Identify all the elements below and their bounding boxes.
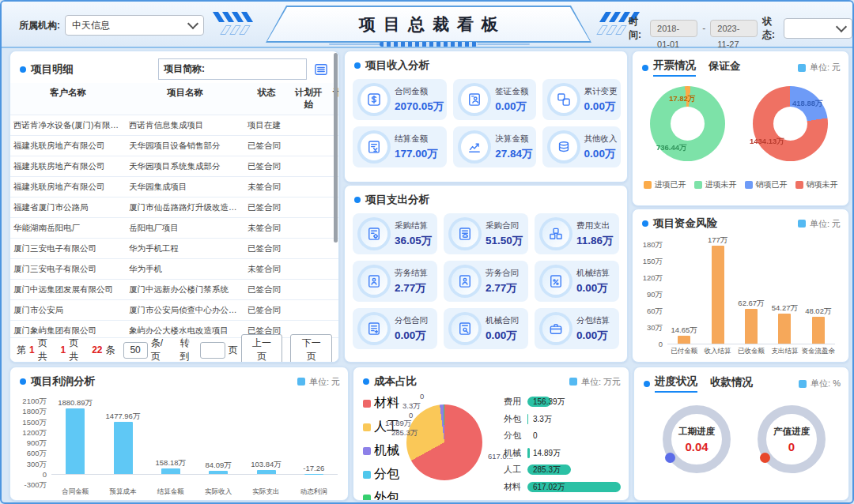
legend-item[interactable]: 外包 (363, 490, 399, 501)
fund-risk-panel: 项目资金风险 单位: 元 030万60万90万120万150万180万14.65… (632, 209, 849, 363)
panel-title: 项目资金风险 (653, 216, 717, 231)
pager-text: 第 (17, 344, 26, 357)
table-cell: 已签合同 (244, 197, 289, 217)
table-cell: 华能湖南岳阳电厂 (10, 218, 126, 238)
cost-bar-row: 外包3.3万 (504, 411, 621, 428)
table-cell: 项目在建 (244, 115, 289, 135)
labor-contract-icon (452, 268, 478, 295)
chevron-down-icon (187, 18, 198, 29)
cost-bar-value: 0 (533, 431, 538, 441)
tab-deposit[interactable]: 保证金 (709, 59, 741, 76)
tab-invoice-status[interactable]: 开票情况 (653, 58, 696, 77)
legend-label: 外包 (374, 490, 399, 501)
stat-card: 采购合同51.50万 (444, 213, 528, 254)
table-cell (328, 300, 338, 320)
subcontract-settle-icon (542, 315, 569, 342)
cost-bar (527, 448, 530, 458)
axis-tick-label: 0 (636, 340, 663, 348)
stat-card-value: 36.05万 (395, 234, 432, 248)
table-row[interactable]: 厦门中远集团发展有限公司厦门中远新办公楼门禁系统已签合同 (10, 280, 338, 300)
list-icon[interactable] (312, 60, 331, 79)
table-cell (289, 280, 328, 299)
table-row[interactable]: 华能湖南岳阳电厂岳阳电厂项目未签合同 (10, 218, 338, 239)
project-search-input[interactable] (210, 60, 306, 78)
table-cell: 天华园集成项目 (126, 177, 244, 197)
decor-line-left (329, 43, 383, 45)
legend-item[interactable]: 进项已开 (644, 179, 686, 190)
table-row[interactable]: 福建兆联房地产有限公司天华园项目系统集成部分已签合同 (10, 156, 338, 177)
cost-ratio-panel: 成本占比 单位: 万元 材料人工机械分包外包费用 0 3.3万 0 14.89万… (353, 367, 629, 501)
legend-item[interactable]: 材料 (363, 395, 399, 412)
stat-card-value: 27.84万 (495, 147, 532, 161)
table-cell: 福建兆联房地产有限公司 (10, 156, 126, 176)
legend-item[interactable]: 销项未开 (795, 179, 838, 190)
legend-item[interactable]: 销项已开 (745, 179, 788, 190)
table-row[interactable]: 厦门三安电子有限公司华为手机未签合同 (10, 259, 338, 280)
stat-card: 劳务结算2.77万 (353, 261, 437, 302)
schedule-progress-gauge: 工期进度 0.04 (663, 405, 731, 473)
page-size-input[interactable]: 50 (123, 342, 148, 359)
table-cell (289, 259, 328, 279)
invoice-legend: 进项已开进项未开销项已开销项未开 (633, 179, 848, 190)
table-row[interactable]: 福建省厦门市公路局厦门市仙岳路路灯升级改造项目已签合同 (10, 197, 338, 218)
status-label: 状态: (762, 15, 779, 42)
table-row[interactable]: 厦门市公安局厦门市公安局侦查中心办公设...已签合同 (10, 300, 338, 321)
stat-card-value: 0.00万 (576, 329, 610, 343)
cost-bar-track: 156.39万 (527, 397, 621, 407)
expense-cards: 采购结算36.05万采购合同51.50万费用支出11.86万劳务结算2.77万劳… (345, 210, 627, 357)
stat-card-label: 决算金额 (495, 134, 532, 145)
donut-label: 418.88万 (792, 99, 823, 109)
table-cell: 已签合同 (244, 300, 289, 320)
pager-text: 页 共 (69, 337, 89, 363)
date-to-input[interactable]: 2023-11-27 (710, 20, 758, 37)
table-row[interactable]: 厦门三安电子有限公司华为手机工程已签合同 (10, 239, 338, 259)
next-page-button[interactable]: 下一页 (290, 334, 332, 363)
table-scrollbar[interactable] (334, 53, 338, 243)
axis-tick-label: 60万 (636, 307, 663, 317)
axis-tick-label: 30万 (636, 323, 663, 333)
legend-item[interactable]: 进项未开 (694, 179, 737, 190)
unit-label: 单位: 元 (810, 218, 841, 230)
table-row[interactable]: 福建兆联房地产有限公司天华园集成项目未签合同 (10, 177, 338, 197)
legend-swatch-icon (363, 423, 371, 431)
decor-line-right (476, 43, 530, 45)
final-chart-icon (461, 134, 488, 160)
org-select[interactable]: 中天信息 (65, 15, 204, 36)
table-row[interactable]: 福建兆联房地产有限公司天华园项目设备销售部分已签合同 (10, 136, 338, 156)
stat-card-label: 采购合同 (486, 220, 523, 231)
bar-value-label: 48.02万 (795, 307, 841, 317)
tab-collection-status[interactable]: 收款情况 (710, 375, 753, 392)
table-row[interactable]: 西诺肯净水设备(厦门)有限公司西诺肯信息集成项目项目在建 (10, 115, 338, 136)
x-axis-line (667, 344, 835, 344)
stat-card-label: 机械结算 (576, 268, 610, 279)
table-cell (289, 115, 328, 135)
table-cell: 福建兆联房地产有限公司 (10, 136, 126, 156)
axis-tick-label: 1500万 (13, 418, 47, 428)
axis-tick-label: -300万 (13, 480, 47, 491)
bar-category-label: 资金流盈余 (799, 347, 838, 356)
date-from-input[interactable]: 2018-01-01 (650, 20, 697, 37)
stat-card: 其他收入0.00万 (542, 126, 621, 167)
goto-page-input[interactable] (200, 342, 225, 359)
prev-page-button[interactable]: 上一页 (241, 334, 283, 363)
legend-item[interactable]: 机械 (363, 442, 399, 459)
bar-value-label: 14.65万 (661, 325, 707, 336)
axis-tick-label: 90万 (636, 290, 663, 300)
bar-category-label: 合同金额 (48, 487, 102, 497)
tab-progress-status[interactable]: 进度状况 (655, 374, 697, 393)
bar (304, 474, 323, 475)
cost-bar-value: 14.89万 (533, 448, 561, 458)
table-cell (328, 280, 338, 299)
bar-category-label: 预算成本 (96, 487, 149, 497)
panel-dot-icon (642, 220, 648, 227)
cost-bar-row: 费用156.39万 (504, 393, 621, 411)
cost-bar-row: 材料617.02万 (504, 479, 621, 496)
legend-item[interactable]: 分包 (363, 466, 399, 483)
status-select[interactable] (784, 18, 852, 39)
panel-title: 项目支出分析 (365, 193, 429, 207)
settle-doc-icon (361, 134, 387, 160)
donut-hole (671, 107, 705, 141)
table-cell (289, 136, 328, 156)
cost-bar-row: 分包0 (504, 427, 621, 445)
machine-settle-icon (542, 268, 569, 295)
